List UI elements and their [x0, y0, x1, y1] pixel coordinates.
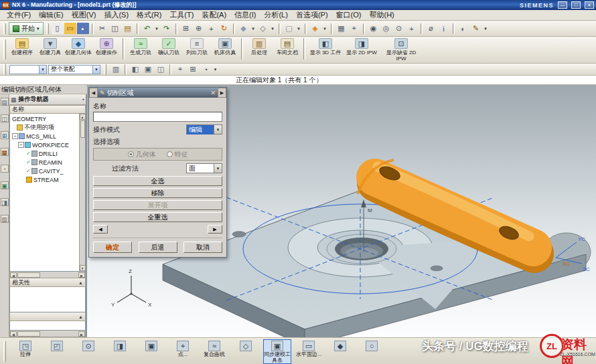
expand-item-button[interactable]: 展开项: [93, 200, 222, 210]
toolbar-grip[interactable]: [3, 23, 6, 34]
menu-item[interactable]: 编辑(E): [35, 10, 68, 20]
generate-toolpath-button[interactable]: ≈ 生成刀轨: [127, 37, 155, 62]
shaded-view-icon[interactable]: ◆: [238, 23, 250, 34]
show-default-2d-ipw-button[interactable]: ⊡ 显示缺省 2D IPW: [380, 37, 423, 62]
pin-icon[interactable]: ▪: [82, 96, 84, 102]
dependencies-section-header[interactable]: 相关性 ▲: [9, 278, 86, 287]
scrollbar-thumb[interactable]: [80, 120, 85, 138]
select-face-icon[interactable]: ◧: [129, 64, 141, 75]
more-dropdown-icon[interactable]: ▾: [483, 23, 489, 34]
scroll-left-icon[interactable]: ◀: [10, 331, 17, 337]
tree-item-mcs-mill[interactable]: − MCS_MILL: [10, 132, 79, 141]
copy-icon[interactable]: ◫: [109, 23, 121, 34]
graphics-viewport[interactable]: M YC XC ZC: [87, 85, 596, 337]
scrollbar-thumb[interactable]: [17, 272, 40, 278]
vertical-scrollbar[interactable]: ▲ ▼: [79, 114, 85, 271]
menu-item[interactable]: 信息(I): [230, 10, 260, 20]
toolbar-button[interactable]: ◆: [326, 339, 354, 364]
scroll-down-icon[interactable]: ▼: [80, 265, 86, 271]
toolbar-button[interactable]: ○: [358, 339, 386, 364]
view-dropdown-icon[interactable]: ▾: [322, 23, 328, 34]
menu-item[interactable]: 文件(F): [3, 10, 35, 20]
tree-item-geometry[interactable]: GEOMETRY: [10, 114, 79, 123]
snap-toggle-icon[interactable]: ⌖: [174, 64, 186, 75]
edit-display-icon[interactable]: ✎: [470, 23, 482, 34]
snap-dropdown-icon[interactable]: ▾: [212, 64, 218, 75]
wireframe-view-icon[interactable]: ◇: [257, 23, 269, 34]
start-button[interactable]: 开始 ▾: [9, 22, 44, 35]
menu-item[interactable]: 工具(T): [165, 10, 198, 20]
selection-filter-combo[interactable]: ▼: [9, 65, 47, 74]
show-3d-workpiece-button[interactable]: ◧ 显示 3D 工件: [307, 37, 344, 62]
menu-item[interactable]: 窗口(O): [332, 10, 366, 20]
shaded-dropdown-icon[interactable]: ▾: [250, 23, 256, 34]
toolbar-button[interactable]: ◰: [43, 339, 71, 364]
zoom-icon[interactable]: ⊕: [193, 23, 205, 34]
wireframe-dropdown-icon[interactable]: ▾: [270, 23, 276, 34]
open-folder-icon[interactable]: ▭: [64, 23, 76, 34]
undo-icon[interactable]: ↶: [141, 23, 153, 34]
scroll-up-icon[interactable]: ▲: [80, 114, 86, 120]
dialog-title-bar[interactable]: ✎ 切削区域 ✕: [98, 88, 218, 98]
menu-item[interactable]: 装配(A): [198, 10, 230, 20]
save-icon[interactable]: ▪: [77, 23, 89, 34]
expander-icon[interactable]: −: [12, 133, 18, 139]
cancel-button[interactable]: 取消: [183, 242, 222, 253]
filter-method-dropdown[interactable]: 面 ▼: [186, 163, 222, 173]
isometric-view-icon[interactable]: ◈: [309, 23, 321, 34]
point-button[interactable]: ⌖ 点...: [169, 339, 197, 364]
dialog-forward-arrow[interactable]: ▶: [218, 88, 226, 98]
face-dropdown-icon[interactable]: ▾: [296, 23, 302, 34]
fit-view-icon[interactable]: ⊞: [180, 23, 192, 34]
toolbar-button[interactable]: ◨: [106, 339, 134, 364]
tree-item-cavity-mill[interactable]: ✓ CAVITY_: [10, 167, 79, 175]
layer-settings-icon[interactable]: ▦: [336, 23, 348, 34]
scroll-right-icon[interactable]: ▶: [78, 272, 85, 278]
redo-icon[interactable]: ↷: [161, 23, 173, 34]
machine-simulation-button[interactable]: ▣ 机床仿真: [211, 37, 239, 62]
part-navigator-icon[interactable]: ⊞: [1, 131, 9, 139]
rotate-icon[interactable]: ↻: [218, 23, 230, 34]
maximize-button[interactable]: □: [571, 1, 581, 9]
name-column-header[interactable]: 名称: [9, 105, 86, 114]
extrude-button[interactable]: ◳ 拉伸: [11, 339, 40, 364]
show-hide-icon[interactable]: ◐: [457, 23, 469, 34]
filter-type-icon[interactable]: ▥: [110, 64, 122, 75]
snap-endpoint-icon[interactable]: ⊙: [393, 23, 405, 34]
toolbar-grip[interactable]: [46, 23, 49, 34]
toolbar-grip[interactable]: [3, 64, 6, 75]
navigator-header[interactable]: ▦ 操作导航器 ▪: [9, 94, 86, 105]
select-all-button[interactable]: 全选: [93, 176, 222, 186]
tree-item-drilling[interactable]: ✓ DRILLI: [10, 149, 79, 158]
ok-button[interactable]: 确定: [93, 242, 132, 253]
prev-page-button[interactable]: ◀: [93, 225, 108, 234]
grid-snap-icon[interactable]: ⊞: [187, 64, 199, 75]
constraint-navigator-icon[interactable]: ◫: [1, 114, 9, 122]
toolbar-grip[interactable]: [3, 341, 6, 361]
next-page-button[interactable]: ▶: [208, 225, 222, 234]
details-section-header[interactable]: ▲: [9, 312, 86, 321]
operation-navigator-icon[interactable]: ▦: [1, 148, 9, 156]
menu-item[interactable]: 插入(S): [100, 10, 133, 20]
selection-scope-combo[interactable]: 整个装配 ▼: [48, 65, 100, 74]
measure-icon[interactable]: ⌀: [425, 23, 437, 34]
assembly-navigator-icon[interactable]: ▤: [1, 98, 9, 106]
create-geometry-button[interactable]: ◆ 创建几何体: [64, 37, 92, 62]
snap-center-icon[interactable]: ◉: [368, 23, 380, 34]
object-info-icon[interactable]: i: [438, 23, 450, 34]
show-2d-ipw-button[interactable]: ◨ 显示 2D IPW: [344, 37, 380, 62]
snap-midpoint-icon[interactable]: ◎: [380, 23, 392, 34]
tree-item-unused[interactable]: 不使用的项: [10, 123, 79, 132]
machine-tool-view-icon[interactable]: ◔: [1, 165, 9, 173]
toolbar-button[interactable]: ◇: [232, 339, 260, 364]
new-file-icon[interactable]: ▯: [52, 23, 64, 34]
wcs-icon[interactable]: ⌖: [348, 23, 360, 34]
postprocess-button[interactable]: ▥ 后处理: [245, 37, 273, 62]
select-body-icon[interactable]: ▣: [142, 64, 154, 75]
roles-icon[interactable]: ▥: [1, 215, 9, 223]
history-icon[interactable]: ◨: [1, 198, 9, 206]
reselect-all-button[interactable]: 全重选: [93, 212, 222, 222]
name-input[interactable]: [93, 112, 222, 122]
mode-dropdown[interactable]: 编辑 ▼: [186, 124, 222, 134]
horizontal-boundary-button[interactable]: ▭ 水平面边...: [295, 339, 323, 364]
